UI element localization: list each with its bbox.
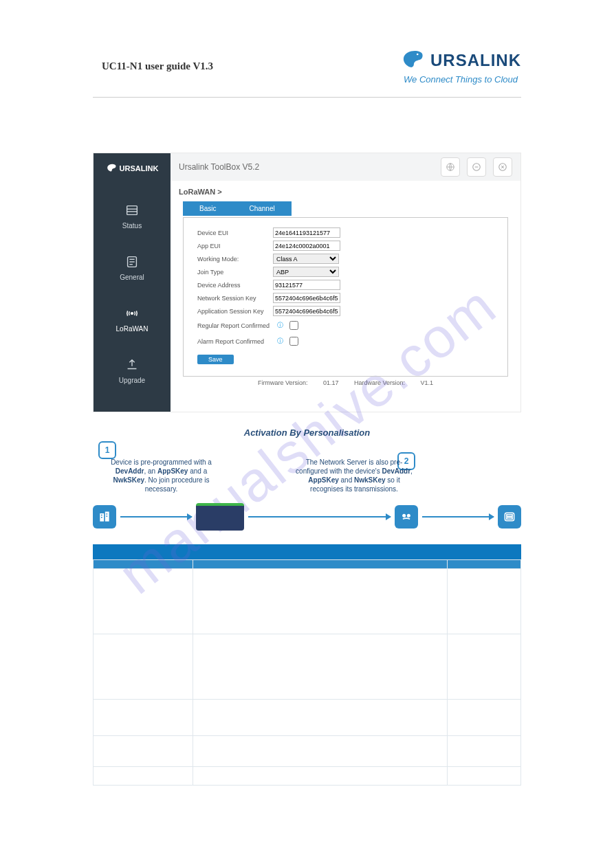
device-eui-label: Device EUI	[197, 230, 273, 236]
sidebar-item-general[interactable]: General	[120, 254, 144, 281]
tabs: Basic Channel	[183, 201, 520, 216]
sidebar-item-upgrade[interactable]: Upgrade	[119, 357, 145, 384]
reg-confirm-checkbox[interactable]	[289, 321, 298, 330]
status-icon	[124, 203, 140, 218]
hw-label: Hardware Version:	[354, 379, 405, 386]
doc-header: UC11-N1 user guide V1.3 URSALINK We Conn…	[0, 0, 614, 85]
step-number-1: 1	[98, 441, 116, 459]
svg-point-0	[417, 54, 419, 56]
params-table-wrap	[93, 544, 521, 786]
nwk-skey-field[interactable]	[273, 293, 340, 303]
help-icon[interactable]: ⓘ	[277, 321, 283, 330]
general-icon	[124, 254, 140, 269]
topbar-title: Ursalink ToolBox V5.2	[179, 162, 259, 172]
breadcrumb: LoRaWAN >	[171, 181, 520, 201]
reg-confirm-label: Regular Report Confirmed	[197, 322, 273, 329]
device-icon	[196, 503, 244, 531]
table-header-bar	[93, 544, 521, 559]
form-panel: Device EUI App EUI Working Mode:Class A …	[183, 217, 508, 377]
table-row	[94, 634, 521, 700]
diagram-title: Activation By Personalisation	[93, 427, 521, 438]
table-row	[94, 700, 521, 736]
sidebar-item-lorawan[interactable]: LoRaWAN	[116, 306, 149, 333]
svg-point-21	[402, 514, 406, 518]
close-icon[interactable]	[493, 157, 512, 177]
minimize-icon[interactable]	[467, 157, 486, 177]
th-default	[448, 560, 521, 569]
server-icon	[498, 505, 521, 528]
table-row	[94, 569, 521, 634]
doc-title: UC11-N1 user guide V1.3	[102, 60, 213, 72]
brand-block: URSALINK We Connect Things to Cloud	[400, 48, 521, 85]
table-header-row	[94, 560, 521, 569]
lorawan-icon	[124, 306, 140, 321]
svg-point-22	[407, 514, 410, 518]
svg-rect-18	[101, 517, 102, 518]
arrow-icon	[422, 516, 494, 518]
working-mode-select[interactable]: Class A	[273, 254, 339, 264]
upgrade-icon	[124, 357, 140, 372]
svg-rect-20	[107, 515, 108, 517]
version-footer: Firmware Version: 01.17 Hardware Version…	[171, 377, 520, 390]
sidebar-brand-text: URSALINK	[120, 164, 159, 173]
brand-tagline: We Connect Things to Cloud	[400, 74, 521, 85]
brand-name: URSALINK	[430, 51, 521, 70]
alarm-confirm-label: Alarm Report Confirmed	[197, 338, 273, 345]
save-button[interactable]: Save	[197, 355, 234, 364]
app-eui-label: App EUI	[197, 243, 273, 249]
alarm-confirm-checkbox[interactable]	[289, 337, 298, 346]
device-address-field[interactable]	[273, 280, 340, 290]
diagram-caption-left: Device is pre-programmed with a DevAddr,…	[101, 458, 221, 493]
topbar: Ursalink ToolBox V5.2	[171, 153, 520, 181]
bear-logo-icon	[400, 48, 425, 73]
params-table	[93, 559, 521, 786]
fw-label: Firmware Version:	[258, 379, 308, 386]
sidebar: URSALINK Status General LoRaWAN Upgrade	[94, 153, 171, 412]
app-skey-label: Application Session Key	[197, 308, 273, 315]
table-row	[94, 736, 521, 767]
building-icon	[93, 505, 116, 528]
th-item	[94, 560, 193, 569]
arrow-icon	[248, 516, 391, 518]
tab-channel[interactable]: Channel	[232, 201, 291, 216]
svg-rect-19	[107, 513, 108, 515]
hw-value: V1.1	[421, 379, 434, 386]
join-type-label: Join Type	[197, 269, 273, 276]
app-eui-field[interactable]	[273, 241, 340, 251]
sidebar-item-status[interactable]: Status	[122, 203, 142, 230]
globe-icon[interactable]	[441, 157, 460, 177]
fw-value: 01.17	[323, 379, 339, 386]
help-icon[interactable]: ⓘ	[277, 337, 283, 346]
sidebar-item-label: LoRaWAN	[116, 325, 149, 333]
svg-rect-1	[127, 206, 138, 215]
svg-rect-24	[507, 515, 512, 517]
svg-rect-25	[507, 518, 512, 520]
abp-diagram: Activation By Personalisation 1 2 Device…	[93, 427, 521, 531]
table-row	[94, 767, 521, 786]
device-eui-field[interactable]	[273, 227, 340, 238]
svg-point-8	[131, 313, 133, 315]
nwk-skey-label: Network Session Key	[197, 295, 273, 302]
app-main: Ursalink ToolBox V5.2 LoRaWAN > Basic Ch…	[171, 153, 520, 412]
sidebar-item-label: Status	[122, 222, 142, 230]
tab-basic[interactable]: Basic	[183, 201, 232, 216]
sidebar-brand: URSALINK	[106, 163, 159, 174]
svg-rect-17	[101, 515, 102, 516]
sidebar-item-label: General	[120, 274, 144, 281]
join-type-select[interactable]: ABP	[273, 267, 339, 277]
sidebar-item-label: Upgrade	[119, 377, 145, 384]
header-rule	[93, 97, 521, 98]
device-address-label: Device Address	[197, 282, 273, 289]
toolbox-app: URSALINK Status General LoRaWAN Upgrade …	[93, 153, 521, 412]
gateway-icon	[395, 505, 418, 528]
arrow-icon	[120, 516, 192, 518]
working-mode-label: Working Mode:	[197, 256, 273, 263]
app-skey-field[interactable]	[273, 306, 340, 316]
th-desc	[193, 560, 448, 569]
diagram-caption-right: The Network Server is also pre-configure…	[292, 458, 416, 493]
